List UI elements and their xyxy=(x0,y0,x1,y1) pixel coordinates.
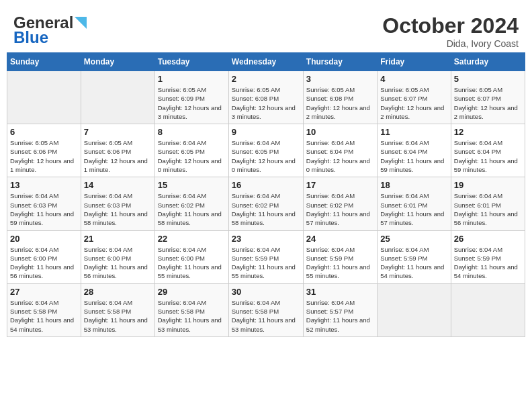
calendar-cell: 6Sunrise: 6:05 AM Sunset: 6:06 PM Daylig… xyxy=(7,124,81,177)
calendar-cell: 15Sunrise: 6:04 AM Sunset: 6:02 PM Dayli… xyxy=(154,177,228,230)
calendar-week-row: 1Sunrise: 6:05 AM Sunset: 6:09 PM Daylig… xyxy=(7,71,525,124)
day-info: Sunrise: 6:04 AM Sunset: 5:59 PM Dayligh… xyxy=(232,245,300,281)
weekday-header: Wednesday xyxy=(228,53,303,71)
day-number: 6 xyxy=(10,127,78,137)
calendar-cell: 9Sunrise: 6:04 AM Sunset: 6:05 PM Daylig… xyxy=(228,124,303,177)
calendar-cell xyxy=(451,283,525,336)
day-info: Sunrise: 6:04 AM Sunset: 6:05 PM Dayligh… xyxy=(232,138,300,174)
day-number: 18 xyxy=(380,180,447,190)
header-row: SundayMondayTuesdayWednesdayThursdayFrid… xyxy=(7,53,525,71)
day-number: 9 xyxy=(232,127,300,137)
weekday-header: Friday xyxy=(378,53,451,71)
calendar-cell: 2Sunrise: 6:05 AM Sunset: 6:08 PM Daylig… xyxy=(228,71,303,124)
calendar-cell: 12Sunrise: 6:04 AM Sunset: 6:04 PM Dayli… xyxy=(451,124,525,177)
calendar-cell: 31Sunrise: 6:04 AM Sunset: 5:57 PM Dayli… xyxy=(303,283,377,336)
weekday-header: Saturday xyxy=(451,53,525,71)
calendar-cell: 17Sunrise: 6:04 AM Sunset: 6:02 PM Dayli… xyxy=(303,177,377,230)
calendar-cell: 27Sunrise: 6:04 AM Sunset: 5:58 PM Dayli… xyxy=(7,283,81,336)
day-info: Sunrise: 6:05 AM Sunset: 6:07 PM Dayligh… xyxy=(454,85,522,121)
day-number: 16 xyxy=(232,180,300,190)
page-header: General Blue October 2024 Dida, Ivory Co… xyxy=(7,7,525,52)
day-info: Sunrise: 6:04 AM Sunset: 5:58 PM Dayligh… xyxy=(158,298,226,334)
day-number: 29 xyxy=(158,287,226,297)
day-info: Sunrise: 6:05 AM Sunset: 6:08 PM Dayligh… xyxy=(306,85,374,121)
day-number: 8 xyxy=(158,127,226,137)
day-info: Sunrise: 6:05 AM Sunset: 6:09 PM Dayligh… xyxy=(158,85,226,121)
calendar-week-row: 13Sunrise: 6:04 AM Sunset: 6:03 PM Dayli… xyxy=(7,177,525,230)
calendar-cell: 29Sunrise: 6:04 AM Sunset: 5:58 PM Dayli… xyxy=(154,283,228,336)
day-number: 21 xyxy=(84,234,152,244)
day-number: 12 xyxy=(454,127,522,137)
day-number: 23 xyxy=(232,234,300,244)
day-info: Sunrise: 6:04 AM Sunset: 6:05 PM Dayligh… xyxy=(158,138,226,174)
day-info: Sunrise: 6:04 AM Sunset: 6:02 PM Dayligh… xyxy=(306,191,374,227)
calendar-cell: 23Sunrise: 6:04 AM Sunset: 5:59 PM Dayli… xyxy=(228,230,303,283)
day-info: Sunrise: 6:04 AM Sunset: 6:02 PM Dayligh… xyxy=(232,191,300,227)
month-title: October 2024 xyxy=(382,13,519,38)
calendar-cell: 1Sunrise: 6:05 AM Sunset: 6:09 PM Daylig… xyxy=(154,71,228,124)
day-number: 22 xyxy=(158,234,226,244)
weekday-header: Monday xyxy=(81,53,154,71)
day-info: Sunrise: 6:05 AM Sunset: 6:06 PM Dayligh… xyxy=(10,138,78,174)
day-number: 30 xyxy=(232,287,300,297)
calendar-cell: 19Sunrise: 6:04 AM Sunset: 6:01 PM Dayli… xyxy=(451,177,525,230)
calendar-cell: 10Sunrise: 6:04 AM Sunset: 6:04 PM Dayli… xyxy=(303,124,377,177)
calendar-cell: 26Sunrise: 6:04 AM Sunset: 5:59 PM Dayli… xyxy=(451,230,525,283)
calendar-week-row: 27Sunrise: 6:04 AM Sunset: 5:58 PM Dayli… xyxy=(7,283,525,336)
day-info: Sunrise: 6:04 AM Sunset: 5:57 PM Dayligh… xyxy=(306,298,374,334)
calendar-cell: 7Sunrise: 6:05 AM Sunset: 6:06 PM Daylig… xyxy=(81,124,154,177)
day-number: 26 xyxy=(454,234,522,244)
day-number: 13 xyxy=(10,180,78,190)
weekday-header: Thursday xyxy=(303,53,377,71)
day-number: 15 xyxy=(158,180,226,190)
calendar-table: SundayMondayTuesdayWednesdayThursdayFrid… xyxy=(7,52,525,337)
calendar-cell: 3Sunrise: 6:05 AM Sunset: 6:08 PM Daylig… xyxy=(303,71,377,124)
logo-arrow-icon xyxy=(75,17,87,29)
calendar-cell: 14Sunrise: 6:04 AM Sunset: 6:03 PM Dayli… xyxy=(81,177,154,230)
calendar-cell: 28Sunrise: 6:04 AM Sunset: 5:58 PM Dayli… xyxy=(81,283,154,336)
day-number: 5 xyxy=(454,74,522,84)
day-number: 20 xyxy=(10,234,78,244)
day-number: 1 xyxy=(158,74,226,84)
day-info: Sunrise: 6:04 AM Sunset: 6:01 PM Dayligh… xyxy=(454,191,522,227)
day-number: 14 xyxy=(84,180,152,190)
calendar-cell: 16Sunrise: 6:04 AM Sunset: 6:02 PM Dayli… xyxy=(228,177,303,230)
calendar-cell: 8Sunrise: 6:04 AM Sunset: 6:05 PM Daylig… xyxy=(154,124,228,177)
day-info: Sunrise: 6:04 AM Sunset: 5:58 PM Dayligh… xyxy=(10,298,78,334)
calendar-cell: 13Sunrise: 6:04 AM Sunset: 6:03 PM Dayli… xyxy=(7,177,81,230)
day-info: Sunrise: 6:04 AM Sunset: 6:01 PM Dayligh… xyxy=(380,191,447,227)
weekday-header: Sunday xyxy=(7,53,81,71)
calendar-cell xyxy=(7,71,81,124)
day-info: Sunrise: 6:04 AM Sunset: 6:00 PM Dayligh… xyxy=(84,245,152,281)
day-number: 28 xyxy=(84,287,152,297)
calendar-cell: 11Sunrise: 6:04 AM Sunset: 6:04 PM Dayli… xyxy=(378,124,451,177)
calendar-cell: 30Sunrise: 6:04 AM Sunset: 5:58 PM Dayli… xyxy=(228,283,303,336)
day-info: Sunrise: 6:04 AM Sunset: 5:59 PM Dayligh… xyxy=(454,245,522,281)
svg-marker-0 xyxy=(75,17,87,29)
calendar-cell: 18Sunrise: 6:04 AM Sunset: 6:01 PM Dayli… xyxy=(378,177,451,230)
day-info: Sunrise: 6:04 AM Sunset: 5:58 PM Dayligh… xyxy=(84,298,152,334)
day-number: 10 xyxy=(306,127,374,137)
title-area: October 2024 Dida, Ivory Coast xyxy=(382,13,519,49)
day-info: Sunrise: 6:04 AM Sunset: 6:04 PM Dayligh… xyxy=(306,138,374,174)
calendar-header: SundayMondayTuesdayWednesdayThursdayFrid… xyxy=(7,53,525,71)
day-info: Sunrise: 6:04 AM Sunset: 6:04 PM Dayligh… xyxy=(454,138,522,174)
day-number: 19 xyxy=(454,180,522,190)
day-number: 7 xyxy=(84,127,152,137)
day-info: Sunrise: 6:05 AM Sunset: 6:08 PM Dayligh… xyxy=(232,85,300,121)
day-number: 27 xyxy=(10,287,78,297)
day-info: Sunrise: 6:04 AM Sunset: 6:04 PM Dayligh… xyxy=(380,138,447,174)
calendar-cell: 21Sunrise: 6:04 AM Sunset: 6:00 PM Dayli… xyxy=(81,230,154,283)
day-info: Sunrise: 6:04 AM Sunset: 5:59 PM Dayligh… xyxy=(380,245,447,281)
calendar-cell: 4Sunrise: 6:05 AM Sunset: 6:07 PM Daylig… xyxy=(378,71,451,124)
calendar-cell: 20Sunrise: 6:04 AM Sunset: 6:00 PM Dayli… xyxy=(7,230,81,283)
day-info: Sunrise: 6:05 AM Sunset: 6:07 PM Dayligh… xyxy=(380,85,447,121)
day-number: 11 xyxy=(380,127,447,137)
calendar-body: 1Sunrise: 6:05 AM Sunset: 6:09 PM Daylig… xyxy=(7,71,525,337)
day-info: Sunrise: 6:04 AM Sunset: 5:58 PM Dayligh… xyxy=(232,298,300,334)
day-number: 24 xyxy=(306,234,374,244)
calendar-week-row: 20Sunrise: 6:04 AM Sunset: 6:00 PM Dayli… xyxy=(7,230,525,283)
day-number: 25 xyxy=(380,234,447,244)
day-info: Sunrise: 6:04 AM Sunset: 5:59 PM Dayligh… xyxy=(306,245,374,281)
logo: General Blue xyxy=(13,13,87,47)
